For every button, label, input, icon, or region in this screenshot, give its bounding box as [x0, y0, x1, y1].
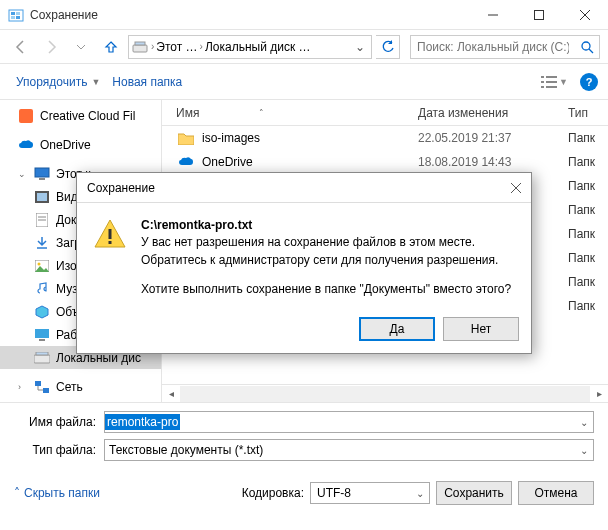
svg-rect-34: [35, 381, 41, 386]
scroll-track[interactable]: [180, 386, 590, 402]
dialog-title: Сохранение: [87, 181, 155, 195]
expand-icon[interactable]: ⌄: [18, 169, 28, 179]
svg-rect-0: [9, 10, 23, 21]
file-name: OneDrive: [202, 155, 253, 169]
svg-rect-13: [541, 76, 544, 78]
sidebar-item-creative-cloud[interactable]: Creative Cloud Fil: [0, 104, 161, 127]
file-type: Папк: [568, 179, 608, 193]
column-date[interactable]: Дата изменения: [418, 106, 568, 120]
filetype-value: Текстовые документы (*.txt): [105, 443, 263, 457]
search-input[interactable]: [411, 40, 575, 54]
svg-rect-15: [541, 81, 544, 83]
hide-folders-button[interactable]: ˄Скрыть папки: [14, 486, 100, 500]
file-date: 22.05.2019 21:37: [418, 131, 568, 145]
svg-rect-6: [535, 10, 544, 19]
breadcrumb-seg[interactable]: Этот …: [156, 40, 197, 54]
horizontal-scrollbar[interactable]: ◂ ▸: [162, 384, 608, 402]
close-button[interactable]: [562, 0, 608, 30]
app-icon: [8, 7, 24, 23]
forward-button[interactable]: [38, 34, 64, 60]
chevron-right-icon: ›: [151, 41, 154, 52]
svg-rect-9: [133, 45, 147, 52]
search-box[interactable]: [410, 35, 600, 59]
dialog-line: Обратитесь к администратору сети для пол…: [141, 252, 511, 269]
column-name[interactable]: Имя: [176, 106, 199, 120]
nav-toolbar: › Этот … › Локальный диск … ⌄: [0, 30, 608, 64]
svg-rect-31: [39, 339, 45, 341]
svg-rect-17: [541, 86, 544, 88]
minimize-button[interactable]: [470, 0, 516, 30]
address-history-dropdown[interactable]: ⌄: [351, 40, 369, 54]
sidebar-item-label: Creative Cloud Fil: [40, 109, 135, 123]
scroll-left-arrow[interactable]: ◂: [162, 388, 180, 399]
desktop-icon: [34, 327, 50, 343]
new-folder-button[interactable]: Новая папка: [106, 71, 188, 93]
address-bar[interactable]: › Этот … › Локальный диск … ⌄: [128, 35, 372, 59]
svg-rect-32: [34, 355, 50, 363]
dialog-line: У вас нет разрешения на сохранение файло…: [141, 234, 511, 251]
pc-icon: [34, 166, 50, 182]
file-name: iso-images: [202, 131, 260, 145]
svg-rect-33: [36, 352, 48, 355]
downloads-icon: [34, 235, 50, 251]
svg-point-29: [38, 262, 41, 265]
sort-indicator-icon: ˄: [259, 108, 264, 118]
filename-label: Имя файла:: [14, 415, 104, 429]
table-row[interactable]: OneDrive18.08.2019 14:43Папк: [162, 150, 608, 174]
file-date: 18.08.2019 14:43: [418, 155, 568, 169]
dialog-message: C:\remontka-pro.txt У вас нет разрешения…: [141, 217, 511, 299]
cancel-button[interactable]: Отмена: [518, 481, 594, 505]
filename-value[interactable]: remontka-pro: [105, 414, 180, 430]
filetype-field[interactable]: Текстовые документы (*.txt) ⌄: [104, 439, 594, 461]
encoding-field[interactable]: UTF-8 ⌄: [310, 482, 430, 504]
sidebar-item-label: Док: [56, 213, 76, 227]
titlebar: Сохранение: [0, 0, 608, 30]
column-headers: Имя˄ Дата изменения Тип: [162, 100, 608, 126]
search-icon[interactable]: [575, 40, 599, 54]
sidebar-item-network[interactable]: ›Сеть: [0, 375, 161, 398]
window-title: Сохранение: [30, 8, 470, 22]
encoding-dropdown[interactable]: ⌄: [411, 488, 429, 499]
svg-rect-20: [35, 168, 49, 177]
svg-rect-18: [546, 86, 557, 88]
file-icon: [178, 130, 194, 146]
maximize-button[interactable]: [516, 0, 562, 30]
drive-icon: [131, 38, 149, 56]
refresh-button[interactable]: [376, 35, 400, 59]
organize-button[interactable]: Упорядочить▼: [10, 71, 106, 93]
sidebar-item-onedrive[interactable]: OneDrive: [0, 133, 161, 156]
filename-history-dropdown[interactable]: ⌄: [575, 417, 593, 428]
column-type[interactable]: Тип: [568, 106, 608, 120]
back-button[interactable]: [8, 34, 34, 60]
up-button[interactable]: [98, 34, 124, 60]
music-icon: [34, 281, 50, 297]
svg-rect-38: [109, 229, 112, 239]
sidebar-item-label: Изо: [56, 259, 77, 273]
file-type: Папк: [568, 227, 608, 241]
filetype-dropdown[interactable]: ⌄: [575, 445, 593, 456]
scroll-right-arrow[interactable]: ▸: [590, 388, 608, 399]
svg-rect-21: [39, 178, 45, 180]
help-button[interactable]: ?: [580, 73, 598, 91]
encoding-label: Кодировка:: [242, 486, 304, 500]
filename-field[interactable]: remontka-pro ⌄: [104, 411, 594, 433]
svg-rect-4: [16, 16, 20, 19]
svg-point-11: [582, 42, 590, 50]
dialog-titlebar: Сохранение: [77, 173, 531, 203]
sidebar-item-label: Сеть: [56, 380, 83, 394]
save-button[interactable]: Сохранить: [436, 481, 512, 505]
network-icon: [34, 379, 50, 395]
save-form: Имя файла: remontka-pro ⌄ Тип файла: Тек…: [0, 402, 608, 471]
expand-icon[interactable]: ›: [18, 382, 28, 392]
table-row[interactable]: iso-images22.05.2019 21:37Папк: [162, 126, 608, 150]
dialog-close-button[interactable]: [511, 183, 521, 193]
dialog-no-button[interactable]: Нет: [443, 317, 519, 341]
recent-dropdown[interactable]: [68, 34, 94, 60]
view-options-button[interactable]: ▼: [541, 75, 568, 89]
breadcrumb-seg[interactable]: Локальный диск …: [205, 40, 311, 54]
file-type: Папк: [568, 203, 608, 217]
dialog-yes-button[interactable]: Да: [359, 317, 435, 341]
file-icon: [178, 154, 194, 170]
svg-rect-35: [43, 388, 49, 393]
svg-line-12: [589, 49, 593, 53]
